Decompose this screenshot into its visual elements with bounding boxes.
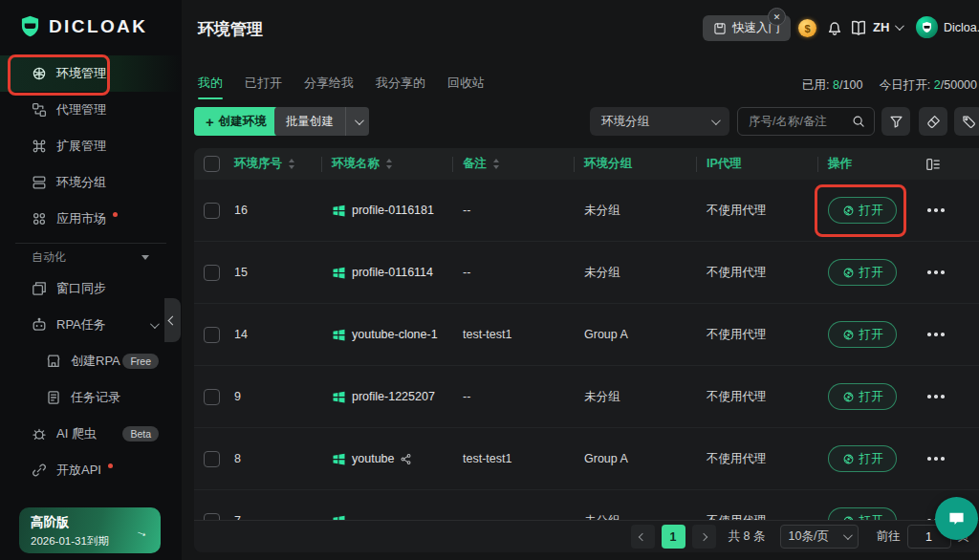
language-selector[interactable]: ZH bbox=[873, 20, 902, 34]
env-name[interactable]: profile-1225207 bbox=[352, 390, 435, 403]
more-actions-button[interactable] bbox=[925, 203, 946, 218]
open-button[interactable]: 打开 bbox=[828, 383, 897, 410]
batch-create-caret[interactable] bbox=[345, 107, 369, 136]
brand-mask-icon bbox=[18, 14, 42, 38]
column-header[interactable]: IP代理 bbox=[697, 156, 818, 172]
sidebar-item-label: 创建RPA bbox=[71, 353, 120, 370]
tab-4[interactable]: 回收站 bbox=[447, 75, 485, 99]
user-name[interactable]: Dicloa... bbox=[944, 21, 979, 34]
share-icon[interactable] bbox=[400, 453, 412, 465]
page-size-select[interactable]: 10条/页 bbox=[780, 525, 859, 549]
sidebar-collapse-handle[interactable] bbox=[164, 298, 181, 342]
cell-proxy: 不使用代理 bbox=[697, 203, 818, 219]
env-name[interactable]: profile-0116114 bbox=[352, 266, 433, 279]
sidebar-item-env-manage[interactable]: 环境管理 bbox=[0, 55, 182, 92]
tab-1[interactable]: 已打开 bbox=[245, 75, 282, 99]
chevron-down-icon bbox=[150, 319, 160, 329]
doc-icon bbox=[46, 390, 61, 405]
used-value: 8 bbox=[833, 78, 839, 92]
next-page-button[interactable] bbox=[692, 525, 716, 549]
group-icon bbox=[32, 175, 47, 190]
sidebar-item-label: 应用市场 bbox=[56, 210, 106, 227]
create-env-button[interactable]: 创建环境 bbox=[194, 107, 278, 136]
more-actions-button[interactable] bbox=[925, 451, 946, 466]
sidebar-item-ext-manage[interactable]: 扩展管理 bbox=[0, 128, 182, 164]
sidebar-item-create-rpa[interactable]: 创建RPAFree bbox=[0, 343, 182, 379]
row-checkbox[interactable] bbox=[204, 203, 220, 219]
cell-group: 未分组 bbox=[575, 203, 697, 219]
prev-page-button[interactable] bbox=[631, 525, 655, 549]
filter-button[interactable] bbox=[881, 107, 910, 136]
sidebar-item-proxy-manage[interactable]: 代理管理 bbox=[0, 92, 182, 128]
open-button[interactable]: 打开 bbox=[828, 197, 897, 224]
sort-icon[interactable] bbox=[386, 159, 392, 169]
bell-icon[interactable] bbox=[826, 19, 843, 36]
sidebar-item-open-api[interactable]: 开放API bbox=[0, 452, 182, 488]
opened-value: 2 bbox=[934, 78, 941, 92]
open-button[interactable]: 打开 bbox=[828, 259, 897, 286]
current-page-button[interactable]: 1 bbox=[662, 525, 685, 549]
open-button[interactable]: 打开 bbox=[828, 445, 897, 472]
chevron-down-icon bbox=[842, 530, 852, 540]
browser-icon bbox=[842, 453, 855, 465]
open-button[interactable]: 打开 bbox=[828, 321, 897, 348]
batch-create-button[interactable]: 批量创建 bbox=[274, 107, 369, 136]
browser-icon bbox=[842, 205, 855, 217]
coin-icon[interactable] bbox=[798, 19, 816, 37]
brand-logo[interactable]: DICLOAK bbox=[18, 14, 147, 38]
env-name[interactable]: youtube-clone-1 bbox=[352, 328, 438, 341]
sidebar-item-env-group[interactable]: 环境分组 bbox=[0, 164, 182, 201]
chevron-down-icon bbox=[354, 116, 363, 125]
quick-start-close-icon[interactable] bbox=[768, 8, 786, 26]
group-filter-select[interactable]: 环境分组 bbox=[590, 107, 729, 136]
select-all-checkbox[interactable] bbox=[204, 156, 220, 172]
sidebar-item-ai-crawler[interactable]: AI 爬虫Beta bbox=[0, 416, 182, 452]
column-header[interactable]: 环境分组 bbox=[575, 156, 697, 172]
tag-button[interactable] bbox=[954, 107, 979, 136]
sort-icon[interactable] bbox=[493, 159, 499, 169]
column-header[interactable]: 操作 bbox=[818, 156, 918, 172]
upgrade-title: 高阶版 bbox=[31, 514, 149, 531]
open-button[interactable]: 打开 bbox=[828, 507, 897, 520]
columns-icon[interactable] bbox=[925, 157, 941, 172]
book-icon[interactable] bbox=[850, 19, 867, 36]
sidebar-item-app-market[interactable]: 应用市场 bbox=[0, 201, 182, 237]
windows-icon bbox=[332, 266, 346, 280]
sidebar-item-label: 窗口同步 bbox=[56, 280, 106, 297]
row-checkbox[interactable] bbox=[204, 513, 220, 521]
row-checkbox[interactable] bbox=[204, 327, 220, 343]
sidebar-item-task-records[interactable]: 任务记录 bbox=[0, 379, 182, 416]
env-name[interactable]: profile-0116181 bbox=[352, 204, 434, 217]
more-actions-button[interactable] bbox=[925, 389, 946, 404]
sidebar: DICLOAK 环境管理代理管理扩展管理环境分组应用市场自动化窗口同步RPA任务… bbox=[0, 0, 182, 560]
row-checkbox[interactable] bbox=[204, 451, 220, 467]
chat-widget-button[interactable] bbox=[935, 497, 978, 540]
column-header[interactable]: 环境序号 bbox=[234, 156, 322, 172]
tab-3[interactable]: 我分享的 bbox=[376, 75, 425, 99]
clean-button[interactable] bbox=[919, 107, 947, 136]
opened-label: 今日打开: bbox=[880, 78, 930, 92]
cell-name: youtube-clone-1 bbox=[322, 328, 453, 342]
sidebar-item-window-sync[interactable]: 窗口同步 bbox=[0, 270, 182, 307]
sort-icon[interactable] bbox=[289, 159, 294, 169]
journal-icon bbox=[713, 22, 727, 35]
upgrade-card[interactable]: 高阶版 2026-01-31到期 → bbox=[19, 507, 161, 553]
cell-name: profile-0116114 bbox=[322, 266, 453, 280]
env-name[interactable]: youtube bbox=[352, 452, 394, 465]
tab-0[interactable]: 我的 bbox=[198, 75, 223, 99]
tab-2[interactable]: 分享给我 bbox=[304, 75, 354, 99]
column-header[interactable]: 环境名称 bbox=[322, 156, 453, 172]
sidebar-item-rpa-tasks[interactable]: RPA任务 bbox=[0, 307, 182, 343]
avatar[interactable] bbox=[916, 16, 938, 38]
more-actions-button[interactable] bbox=[925, 265, 946, 280]
sidebar-section-automation[interactable]: 自动化 bbox=[0, 244, 182, 270]
column-header[interactable]: 备注 bbox=[453, 156, 575, 172]
search-icon[interactable] bbox=[852, 115, 865, 128]
row-checkbox[interactable] bbox=[204, 389, 220, 405]
sidebar-item-label: RPA任务 bbox=[56, 316, 106, 334]
chevron-left-icon bbox=[168, 315, 178, 325]
search-input[interactable] bbox=[747, 114, 852, 129]
cell-group: 未分组 bbox=[575, 265, 697, 281]
more-actions-button[interactable] bbox=[925, 327, 946, 342]
row-checkbox[interactable] bbox=[204, 265, 220, 281]
